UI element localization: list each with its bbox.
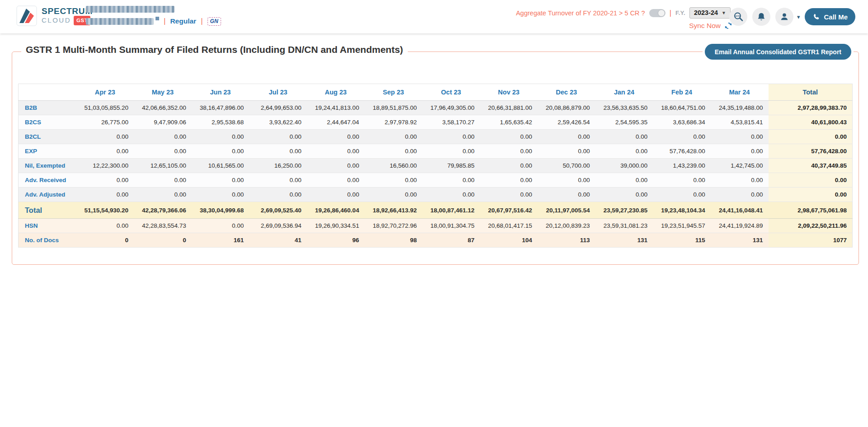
cell-b2b-jul-23: 2,64,99,653.00 xyxy=(249,101,307,115)
sync-now-label: Sync Now xyxy=(689,22,721,30)
svg-text:GSTIN: GSTIN xyxy=(735,15,741,17)
cell-total-jun-23: 38,30,04,999.68 xyxy=(192,202,250,219)
cell-b2cs-jul-23: 3,93,622.40 xyxy=(249,115,307,130)
sync-now[interactable]: Sync Now xyxy=(689,22,732,30)
row-label-total: Total xyxy=(19,202,76,219)
cell-b2b-mar-24: 24,35,19,488.00 xyxy=(711,101,769,115)
cell-hsn-mar-24: 24,41,19,924.89 xyxy=(711,219,769,233)
top-bar: SPECTRUM CLOUD GST | Regular | GN Aggreg… xyxy=(0,0,868,33)
cell-total-aug-23: 19,26,86,460.04 xyxy=(307,202,365,219)
cell-b2cs-aug-23: 2,44,647.04 xyxy=(307,115,365,130)
gstn-logo-icon[interactable]: GN xyxy=(208,17,221,26)
cell-adv-received-jun-23: 0.00 xyxy=(192,173,250,188)
cell-b2b-apr-23: 51,03,05,855.20 xyxy=(76,101,134,115)
column-header-aug-23: Aug 23 xyxy=(307,84,365,101)
row-label-adv-adjusted[interactable]: Adv. Adjusted xyxy=(19,188,76,202)
cell-b2cs-dec-23: 2,59,426.54 xyxy=(538,115,595,130)
cell-nil-exempted-feb-24: 1,43,239.00 xyxy=(653,159,711,173)
cell-b2cl-may-23: 0.00 xyxy=(134,130,192,144)
cell-adv-received-sep-23: 0.00 xyxy=(364,173,422,188)
gstin-search-icon: GSTIN xyxy=(733,11,744,22)
cell-b2cs-nov-23: 1,65,635.42 xyxy=(480,115,538,130)
row-label-no-of-docs[interactable]: No. of Docs xyxy=(19,233,76,248)
aggregate-turnover-toggle[interactable] xyxy=(649,9,665,17)
cell-adv-received-nov-23: 0.00 xyxy=(480,173,538,188)
user-menu-chevron-icon[interactable]: ▾ xyxy=(797,14,800,20)
summary-table-body: B2B51,03,05,855.2042,06,66,352.0038,16,4… xyxy=(19,101,853,248)
cell-adv-adjusted-feb-24: 0.00 xyxy=(653,188,711,202)
cell-total-apr-23: 51,15,54,930.20 xyxy=(76,202,134,219)
call-me-button[interactable]: Call Me xyxy=(805,8,855,25)
fy-dropdown[interactable]: 2023-24 ▼ xyxy=(689,7,731,19)
divider: | xyxy=(670,9,671,18)
table-row-b2b: B2B51,03,05,855.2042,06,66,352.0038,16,4… xyxy=(19,101,853,115)
cell-nil-exempted-nov-23: 0.00 xyxy=(480,159,538,173)
cell-b2cs-mar-24: 4,53,815.41 xyxy=(711,115,769,130)
cell-no-of-docs-nov-23: 104 xyxy=(480,233,538,248)
brand-wordmark: SPECTRUM CLOUD GST xyxy=(42,7,93,25)
cell-total-jan-24: 23,59,27,230.85 xyxy=(595,202,653,219)
cell-adv-adjusted-sep-23: 0.00 xyxy=(364,188,422,202)
notifications-button[interactable] xyxy=(752,8,770,26)
cell-exp-sep-23: 0.00 xyxy=(364,144,422,159)
cell-hsn-total: 2,09,22,50,211.96 xyxy=(769,219,853,233)
cell-hsn-jun-23: 0.00 xyxy=(192,219,250,233)
cell-no-of-docs-jul-23: 41 xyxy=(249,233,307,248)
cell-hsn-jan-24: 23,59,31,081.23 xyxy=(595,219,653,233)
bell-icon xyxy=(756,12,766,22)
row-label-hsn[interactable]: HSN xyxy=(19,219,76,233)
cell-b2cs-jan-24: 2,54,595.35 xyxy=(595,115,653,130)
cell-b2cl-oct-23: 0.00 xyxy=(422,130,480,144)
cell-adv-received-aug-23: 0.00 xyxy=(307,173,365,188)
cell-adv-received-feb-24: 0.00 xyxy=(653,173,711,188)
summary-table-head-row: Apr 23May 23Jun 23Jul 23Aug 23Sep 23Oct … xyxy=(19,84,853,101)
email-report-button[interactable]: Email Annual Consolidated GSTR1 Report xyxy=(705,44,851,60)
cell-total-dec-23: 20,11,97,005.54 xyxy=(538,202,595,219)
row-label-b2cl[interactable]: B2CL xyxy=(19,130,76,144)
phone-icon xyxy=(812,13,820,21)
cell-hsn-apr-23: 0.00 xyxy=(76,219,134,233)
cell-b2b-nov-23: 20,66,31,881.00 xyxy=(480,101,538,115)
cell-b2b-oct-23: 17,96,49,305.00 xyxy=(422,101,480,115)
cell-adv-adjusted-may-23: 0.00 xyxy=(134,188,192,202)
column-header-nov-23: Nov 23 xyxy=(480,84,538,101)
cell-nil-exempted-dec-23: 50,700.00 xyxy=(538,159,595,173)
column-header-feb-24: Feb 24 xyxy=(653,84,711,101)
cell-exp-jun-23: 0.00 xyxy=(192,144,250,159)
row-label-nil-exempted[interactable]: Nil, Exempted xyxy=(19,159,76,173)
fy-selected-value: 2023-24 xyxy=(694,9,718,16)
row-label-adv-received[interactable]: Adv. Received xyxy=(19,173,76,188)
column-header-mar-24: Mar 24 xyxy=(711,84,769,101)
cell-adv-received-jan-24: 0.00 xyxy=(595,173,653,188)
row-label-column-header xyxy=(19,84,76,101)
user-menu-button[interactable] xyxy=(775,8,793,26)
cell-b2cl-total: 0.00 xyxy=(769,130,853,144)
cell-no-of-docs-sep-23: 98 xyxy=(364,233,422,248)
gstin-search-button[interactable]: GSTIN xyxy=(729,8,747,26)
cell-no-of-docs-may-23: 0 xyxy=(134,233,192,248)
cell-b2cl-nov-23: 0.00 xyxy=(480,130,538,144)
cell-b2b-total: 2,97,28,99,383.70 xyxy=(769,101,853,115)
column-header-total: Total xyxy=(769,84,853,101)
summary-panel: GSTR 1 Multi-Month Summary of Filed Retu… xyxy=(12,52,859,265)
table-row-total: Total51,15,54,930.2042,28,79,366.0638,30… xyxy=(19,202,853,219)
aggregate-turnover-question: Aggregate Turnover of FY 2020-21 > 5 CR … xyxy=(516,9,645,17)
row-label-exp[interactable]: EXP xyxy=(19,144,76,159)
cell-exp-apr-23: 0.00 xyxy=(76,144,134,159)
column-header-dec-23: Dec 23 xyxy=(538,84,595,101)
cell-adv-received-total: 0.00 xyxy=(769,173,853,188)
cell-nil-exempted-may-23: 12,65,105.00 xyxy=(134,159,192,173)
column-header-jul-23: Jul 23 xyxy=(249,84,307,101)
brand[interactable]: SPECTRUM CLOUD GST xyxy=(16,5,93,26)
cell-b2cl-apr-23: 0.00 xyxy=(76,130,134,144)
row-label-b2b[interactable]: B2B xyxy=(19,101,76,115)
table-row-b2cs: B2CS26,775.009,47,909.062,95,538.683,93,… xyxy=(19,115,853,130)
cell-b2cs-jun-23: 2,95,538.68 xyxy=(192,115,250,130)
cell-exp-nov-23: 0.00 xyxy=(480,144,538,159)
cell-adv-adjusted-oct-23: 0.00 xyxy=(422,188,480,202)
gstin-redacted xyxy=(86,18,154,25)
cell-total-nov-23: 20,67,97,516.42 xyxy=(480,202,538,219)
spectrum-logo-icon xyxy=(16,5,37,26)
row-label-b2cs[interactable]: B2CS xyxy=(19,115,76,130)
cell-b2cl-feb-24: 0.00 xyxy=(653,130,711,144)
